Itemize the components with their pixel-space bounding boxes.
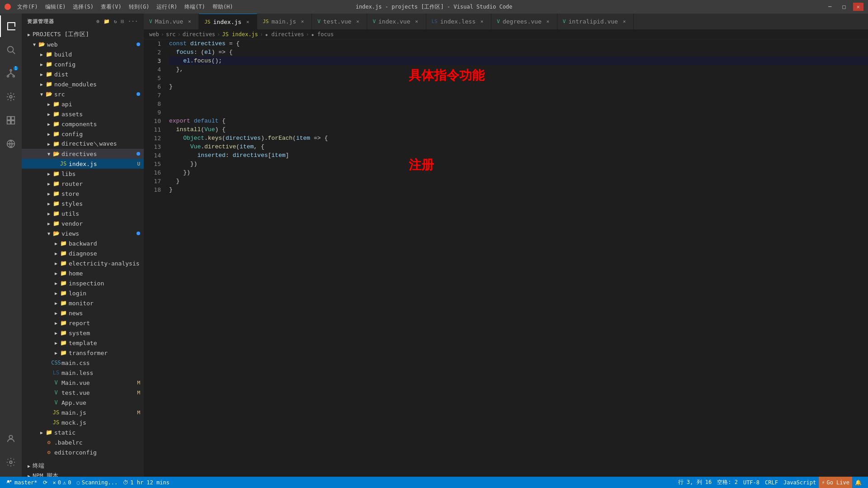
sidebar-item-src[interactable]: ▼ 📂 src [22, 89, 144, 99]
sidebar-item-news[interactable]: ▶ 📁 news [22, 308, 144, 318]
sidebar-item-config2[interactable]: ▶ 📁 config [22, 129, 144, 139]
status-feedback[interactable]: 🔔 [852, 477, 864, 488]
tab-test-vue[interactable]: V test.vue × [312, 14, 367, 29]
new-folder-icon[interactable]: 📁 [104, 19, 110, 24]
status-go-live[interactable]: ⚡ Go Live [819, 477, 852, 488]
sidebar-item-app-vue[interactable]: V App.vue [22, 398, 144, 407]
sidebar-item-index-js[interactable]: JS index.js U [22, 159, 144, 169]
sidebar-item-vendor[interactable]: ▶ 📁 vendor [22, 218, 144, 228]
sidebar-item-styles[interactable]: ▶ 📁 styles [22, 199, 144, 208]
sidebar-item-login[interactable]: ▶ 📁 login [22, 288, 144, 298]
menu-select[interactable]: 选择(S) [73, 3, 94, 11]
tab-close-icon[interactable]: × [244, 18, 251, 25]
menu-file[interactable]: 文件(F) [17, 3, 38, 11]
tab-intralipid-vue[interactable]: V intralipid.vue × [557, 14, 634, 29]
menu-run[interactable]: 运行(R) [156, 3, 177, 11]
breadcrumb-item[interactable]: JS index.js [222, 31, 258, 38]
sidebar-item-backward[interactable]: ▶ 📁 backward [22, 238, 144, 248]
close-button[interactable]: ✕ [853, 3, 863, 11]
sidebar-item-config[interactable]: ▶ 📁 config [22, 59, 144, 69]
sidebar-item-terminal[interactable]: ▶ 终端 [22, 461, 144, 471]
sidebar-item-dist[interactable]: ▶ 📁 dist [22, 69, 144, 79]
activity-account[interactable] [0, 428, 22, 450]
status-cursor[interactable]: 行 3, 列 16 [675, 477, 715, 488]
maximize-button[interactable]: □ [839, 3, 849, 11]
tab-close-icon[interactable]: × [544, 18, 552, 25]
tab-close-icon[interactable]: × [413, 18, 420, 25]
status-language[interactable]: JavaScript [781, 477, 819, 488]
sidebar-item-npm[interactable]: ▶ NPM 脚本 [22, 471, 144, 477]
activity-settings[interactable] [0, 451, 22, 473]
refresh-icon[interactable]: ↻ [114, 19, 118, 24]
sidebar-item-main-vue[interactable]: V Main.vue M [22, 378, 144, 388]
sidebar-item-inspection[interactable]: ▶ 📁 inspection [22, 278, 144, 288]
editor-content[interactable]: 1 2 3 4 5 6 7 8 9 10 11 12 13 14 15 16 1… [144, 39, 868, 477]
menu-terminal[interactable]: 终端(T) [184, 3, 205, 11]
sidebar-item-projects[interactable]: ▶ PROJECTS [工作区] [22, 29, 144, 39]
sidebar-item-main-js[interactable]: JS main.js M [22, 407, 144, 417]
breadcrumb-item[interactable]: directives [183, 31, 215, 38]
breadcrumb-item[interactable]: src [166, 31, 176, 38]
breadcrumb-item[interactable]: ⬥ focus [311, 31, 334, 38]
sidebar-item-report[interactable]: ▶ 📁 report [22, 318, 144, 328]
sidebar-item-home[interactable]: ▶ 📁 home [22, 268, 144, 278]
sidebar-item-editorconfig[interactable]: ⚙ editorconfig [22, 447, 144, 457]
sidebar-item-transformer[interactable]: ▶ 📁 transformer [22, 348, 144, 358]
activity-debug[interactable] [0, 86, 22, 108]
sidebar-item-directive-waves[interactable]: ▶ 📁 directive＼waves [22, 139, 144, 149]
sidebar-item-router[interactable]: ▶ 📁 router [22, 179, 144, 189]
new-file-icon[interactable]: ⊕ [96, 19, 100, 24]
tab-close-icon[interactable]: × [354, 18, 361, 25]
menu-view[interactable]: 查看(V) [101, 3, 122, 11]
tab-index-vue[interactable]: V index.vue × [367, 14, 426, 29]
status-encoding[interactable]: UTF-8 [741, 477, 762, 488]
tab-index-less[interactable]: LS index.less × [426, 14, 492, 29]
status-spaces[interactable]: 空格: 2 [714, 477, 741, 488]
activity-explorer[interactable] [0, 15, 22, 37]
sidebar-item-system[interactable]: ▶ 📁 system [22, 328, 144, 338]
sidebar-item-template[interactable]: ▶ 📁 template [22, 338, 144, 348]
collapse-icon[interactable]: ⊟ [121, 19, 125, 24]
tab-close-icon[interactable]: × [478, 18, 486, 25]
sidebar-item-main-css[interactable]: CSS main.css [22, 358, 144, 368]
status-line-ending[interactable]: CRLF [762, 477, 781, 488]
sidebar-item-libs[interactable]: ▶ 📁 libs [22, 169, 144, 179]
tab-index-js[interactable]: JS index.js × [199, 14, 257, 29]
sidebar-item-diagnose[interactable]: ▶ 📁 diagnose [22, 248, 144, 258]
sidebar-item-electricity[interactable]: ▶ 📁 electricity-analysis [22, 258, 144, 268]
menu-help[interactable]: 帮助(H) [212, 3, 233, 11]
breadcrumb-item[interactable]: web [149, 31, 159, 38]
status-sync[interactable]: ⟳ [40, 477, 50, 488]
activity-extensions[interactable] [0, 109, 22, 131]
activity-search[interactable] [0, 39, 22, 61]
tab-degrees-vue[interactable]: V degrees.vue × [491, 14, 557, 29]
sidebar-item-directives[interactable]: ▼ 📂 directives [22, 149, 144, 159]
more-actions-icon[interactable]: ··· [128, 19, 138, 24]
code-area[interactable]: 具体指令功能 注册 const directives = { focus: (e… [165, 39, 868, 477]
sidebar-item-static[interactable]: ▶ 📁 static [22, 427, 144, 437]
sidebar-item-views[interactable]: ▼ 📂 views [22, 228, 144, 238]
sidebar-item-build[interactable]: ▶ 📁 build [22, 49, 144, 59]
sidebar-item-main-less[interactable]: LS main.less [22, 368, 144, 378]
tab-close-icon[interactable]: × [621, 18, 628, 25]
status-errors[interactable]: ✕ 0 ⚠ 0 [50, 477, 74, 488]
minimize-button[interactable]: ─ [825, 3, 835, 11]
sidebar-item-assets[interactable]: ▶ 📁 assets [22, 109, 144, 119]
sidebar-item-store[interactable]: ▶ 📁 store [22, 189, 144, 199]
menu-goto[interactable]: 转到(G) [129, 3, 150, 11]
sidebar-item-test-vue[interactable]: V test.vue M [22, 388, 144, 398]
tab-close-icon[interactable]: × [186, 18, 193, 25]
sidebar-item-babelrc[interactable]: ⚙ .babelrc [22, 437, 144, 447]
sidebar-item-utils[interactable]: ▶ 📁 utils [22, 208, 144, 218]
activity-remote[interactable] [0, 133, 22, 155]
sidebar-item-components[interactable]: ▶ 📁 components [22, 119, 144, 129]
activity-scm[interactable]: 1 [0, 62, 22, 84]
sidebar-item-mock-js[interactable]: JS mock.js [22, 417, 144, 427]
sidebar-item-web[interactable]: ▼ 📂 web [22, 39, 144, 49]
sidebar-item-node-modules[interactable]: ▶ 📁 node_modules [22, 79, 144, 89]
sidebar-item-api[interactable]: ▶ 📁 api [22, 99, 144, 109]
menu-edit[interactable]: 编辑(E) [45, 3, 66, 11]
status-branch[interactable]: master* [4, 477, 40, 488]
tab-main-vue[interactable]: V Main.vue × [144, 14, 199, 29]
breadcrumb-item[interactable]: ⬥ directives [265, 31, 304, 38]
